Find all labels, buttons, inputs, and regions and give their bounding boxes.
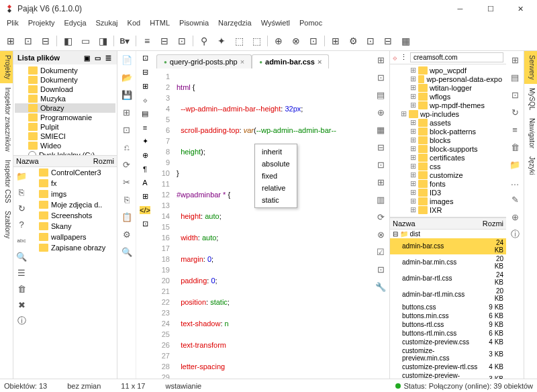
- panel-icon[interactable]: ▭: [93, 53, 102, 62]
- icon[interactable]: ⟳: [121, 158, 133, 170]
- righttab-Serwery[interactable]: Serwery: [524, 51, 537, 84]
- icon[interactable]: ▦: [375, 124, 387, 136]
- remote-tree-item[interactable]: ⊞IXR: [391, 205, 505, 214]
- icon[interactable]: ¶: [143, 165, 147, 173]
- remote-file-row[interactable]: admin-bar-rtl.css24 KB: [390, 271, 506, 287]
- menu-pisownia[interactable]: Pisownia: [175, 17, 213, 31]
- remote-tree-item[interactable]: ⊞ID3: [391, 188, 505, 197]
- col-size[interactable]: Rozmi: [483, 219, 503, 228]
- tool-icon[interactable]: ✦: [213, 33, 230, 49]
- remote-file-row[interactable]: customize-preview-rtl.css4 KB: [390, 362, 506, 371]
- remote-tree-item[interactable]: ⊞wp-includes: [391, 109, 505, 118]
- icon[interactable]: ⟐: [143, 96, 148, 104]
- autocomplete-popup[interactable]: inheritabsolutefixedrelativestatic: [254, 144, 297, 208]
- popup-item[interactable]: static: [256, 194, 295, 206]
- icon[interactable]: ⊡: [142, 219, 148, 228]
- icon[interactable]: ⟳: [375, 211, 387, 223]
- menu-szukaj[interactable]: Szukaj: [92, 17, 122, 31]
- list-icon[interactable]: ☰: [15, 266, 28, 279]
- col-name[interactable]: Nazwa: [393, 219, 483, 228]
- remote-file-row[interactable]: admin-bar.min.css20 KB: [390, 254, 506, 271]
- tree-item[interactable]: SMIECI: [15, 132, 115, 141]
- remote-file-row[interactable]: admin-bar-rtl.min.css20 KB: [390, 287, 506, 303]
- icon[interactable]: ▤: [375, 89, 387, 101]
- remote-folder-row[interactable]: ⊟ 📁 dist: [390, 230, 506, 238]
- file-item[interactable]: Skany: [30, 221, 117, 232]
- file-item[interactable]: Zapisane obrazy: [30, 242, 117, 253]
- icon[interactable]: ⊡: [509, 89, 521, 101]
- icon[interactable]: ▥: [375, 193, 387, 205]
- menu-kod[interactable]: Kod: [124, 17, 145, 31]
- tree-item[interactable]: Obrazy: [15, 103, 115, 113]
- icon[interactable]: ⊞: [375, 54, 387, 66]
- tree-item[interactable]: Dysk lokalny (C:): [15, 150, 115, 155]
- remote-tree-item[interactable]: ⊞wp-mpdf-themes: [391, 101, 505, 109]
- remote-tree-item[interactable]: ⊞wflogs: [391, 92, 505, 101]
- tree-item[interactable]: Muzyka: [15, 94, 115, 103]
- open-icon[interactable]: 📂: [121, 71, 133, 83]
- code-editor[interactable]: html { --wp-admin--admin-bar--height: 32…: [174, 68, 372, 379]
- tool-icon[interactable]: ▭: [77, 33, 93, 49]
- saveall-icon[interactable]: ⊞: [121, 106, 133, 118]
- lefttab-Inspektor znaczników[interactable]: Inspektor znaczników: [0, 83, 13, 156]
- icon[interactable]: ✦: [142, 137, 148, 146]
- panel-icon[interactable]: ☰: [103, 53, 113, 62]
- help-icon[interactable]: ?: [15, 218, 28, 230]
- tool-icon[interactable]: ⬚: [231, 33, 247, 49]
- search-icon[interactable]: 🔍: [121, 246, 133, 258]
- icon[interactable]: 🔧: [375, 281, 387, 293]
- file-item[interactable]: wallpapers: [30, 232, 117, 242]
- menu-projekty[interactable]: Projekty: [24, 17, 59, 31]
- remote-file-row[interactable]: buttons-rtl.css9 KB: [390, 320, 506, 329]
- tool-icon[interactable]: ◨: [95, 33, 111, 49]
- close-button[interactable]: ✕: [505, 0, 536, 17]
- new-icon[interactable]: 📄: [121, 54, 133, 66]
- remote-tree-item[interactable]: ⊞wp-personal-data-expo: [391, 75, 505, 83]
- tool-icon[interactable]: ⬚: [248, 33, 264, 49]
- icon[interactable]: ⋮: [400, 53, 407, 62]
- new-folder-icon[interactable]: 📁: [15, 170, 28, 182]
- info-icon[interactable]: ⓘ: [15, 315, 28, 327]
- icon[interactable]: ⊞: [142, 192, 148, 201]
- icon[interactable]: ⊡: [375, 263, 387, 275]
- remote-tree-item[interactable]: ⊞wpo_wcpdf: [391, 66, 505, 75]
- tool-icon[interactable]: ⊟: [156, 33, 173, 49]
- remote-tree-item[interactable]: ⊞assets: [391, 118, 505, 127]
- code-icon[interactable]: </>: [140, 206, 150, 214]
- remote-tree-item[interactable]: ⊞wtitan-logger: [391, 83, 505, 92]
- server-select[interactable]: creamsoft.com: [410, 52, 503, 62]
- icon[interactable]: ↻: [509, 106, 521, 118]
- icon[interactable]: ⊡: [375, 158, 387, 170]
- icon[interactable]: ⊡: [121, 124, 133, 136]
- icon[interactable]: ✎: [509, 193, 521, 205]
- icon[interactable]: ▤: [509, 71, 521, 83]
- icon[interactable]: ≡: [143, 124, 147, 132]
- icon[interactable]: ☑: [375, 246, 387, 258]
- tool-icon[interactable]: ⊡: [174, 33, 190, 49]
- icon[interactable]: ⊗: [375, 228, 387, 240]
- file-item[interactable]: ControlCenter3: [30, 167, 117, 178]
- minimize-button[interactable]: ─: [445, 0, 475, 17]
- icon[interactable]: ⊟: [375, 141, 387, 153]
- righttab-Nawigator[interactable]: Nawigator: [524, 114, 537, 152]
- icon[interactable]: 🗑: [509, 141, 521, 153]
- abc-icon[interactable]: abc: [15, 234, 28, 246]
- tool-icon[interactable]: ⊡: [362, 33, 379, 49]
- tool-icon[interactable]: ⊗: [288, 33, 304, 49]
- file-item[interactable]: Moje zdjęcia d..: [30, 199, 117, 210]
- popup-item[interactable]: inherit: [256, 146, 295, 158]
- tool-icon[interactable]: ⊞: [3, 33, 19, 49]
- remote-tree-item[interactable]: ⊞certificates: [391, 153, 505, 162]
- icon[interactable]: ⊞: [142, 82, 148, 91]
- remote-file-row[interactable]: buttons.css9 KB: [390, 303, 506, 311]
- remote-tree-item[interactable]: ⊞block-patterns: [391, 127, 505, 136]
- tool-icon[interactable]: ⊟: [380, 33, 396, 49]
- maximize-button[interactable]: ☐: [475, 0, 505, 17]
- popup-item[interactable]: absolute: [256, 158, 295, 170]
- icon[interactable]: ⊟: [142, 68, 148, 77]
- icon[interactable]: ⊕: [509, 211, 521, 223]
- lefttab-Szablony[interactable]: Szablony: [0, 207, 13, 242]
- cross-icon[interactable]: ✖: [15, 299, 28, 311]
- tool-icon[interactable]: ⊕: [271, 33, 287, 49]
- tool-icon[interactable]: ⊡: [20, 33, 36, 49]
